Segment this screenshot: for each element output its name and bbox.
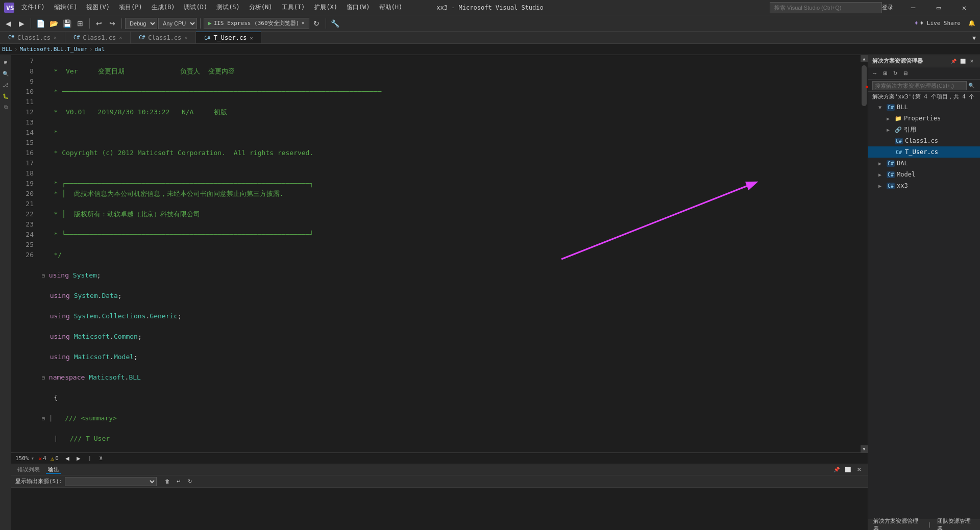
editor-output-area: 7 8 9 10 11 12 13 14 15 16 17 18 19 20 2… bbox=[11, 55, 868, 530]
menu-tools[interactable]: 工具(T) bbox=[278, 2, 309, 13]
tab-close-icon[interactable]: ✕ bbox=[119, 35, 122, 40]
error-list-tab[interactable]: 错误列表 bbox=[15, 466, 42, 473]
next-error-button[interactable]: ▶ bbox=[74, 454, 83, 463]
run-dropdown-icon: ▾ bbox=[301, 20, 305, 27]
global-search-input[interactable] bbox=[770, 2, 882, 13]
se-footer-tab-explorer[interactable]: 解决方案资源管理器 bbox=[870, 519, 925, 530]
scroll-down-button[interactable]: ▼ bbox=[861, 445, 868, 452]
new-file-button[interactable]: 📄 bbox=[34, 17, 46, 30]
tab-close-icon[interactable]: ✕ bbox=[54, 35, 57, 40]
se-item-properties[interactable]: ▶ 📁 Properties bbox=[868, 113, 980, 124]
activity-debug[interactable]: 🐛 bbox=[1, 91, 11, 101]
output-source-select[interactable] bbox=[65, 477, 157, 486]
output-tab[interactable]: 输出 bbox=[46, 466, 61, 474]
se-sync-button[interactable]: ↔ bbox=[870, 69, 879, 78]
float-button[interactable]: ⬜ bbox=[843, 465, 852, 474]
menu-edit[interactable]: 编辑(E) bbox=[50, 2, 82, 13]
minimize-button[interactable]: ─ bbox=[901, 0, 925, 15]
se-float-button[interactable]: ⬜ bbox=[959, 57, 967, 65]
se-search-icon[interactable]: 🔍 bbox=[967, 81, 976, 90]
scroll-up-button[interactable]: ▲ bbox=[861, 55, 868, 62]
menu-help[interactable]: 帮助(H) bbox=[375, 2, 407, 13]
menu-view[interactable]: 视图(V) bbox=[82, 2, 114, 13]
se-item-dal[interactable]: ▶ C# DAL bbox=[868, 158, 980, 169]
warning-indicator[interactable]: ⚠ 0 bbox=[51, 455, 59, 462]
code-container: 7 8 9 10 11 12 13 14 15 16 17 18 19 20 2… bbox=[11, 55, 868, 452]
menu-project[interactable]: 项目(P) bbox=[115, 2, 146, 13]
menu-file[interactable]: 文件(F) bbox=[17, 2, 49, 13]
save-all-button[interactable]: ⊞ bbox=[74, 17, 86, 30]
line-numbers: 7 8 9 10 11 12 13 14 15 16 17 18 19 20 2… bbox=[11, 55, 38, 452]
clear-output-button[interactable]: 🗑 bbox=[163, 477, 172, 486]
tab-class1-3[interactable]: C# Class1.cs ✕ bbox=[131, 32, 196, 43]
tab-tuser[interactable]: C# T_User.cs ✕ bbox=[196, 32, 261, 43]
se-model-label: Model bbox=[897, 171, 915, 178]
redo-button[interactable]: ↪ bbox=[106, 17, 118, 30]
breadcrumb-dal[interactable]: dal bbox=[95, 46, 105, 53]
se-refresh-button[interactable]: ↻ bbox=[891, 69, 900, 78]
tab-class1-1[interactable]: C# Class1.cs ✕ bbox=[0, 32, 65, 43]
save-button[interactable]: 💾 bbox=[61, 17, 73, 30]
attach-button[interactable]: 🔧 bbox=[329, 17, 341, 30]
expand-icon-xx3: ▶ bbox=[878, 183, 885, 189]
se-properties-button[interactable]: ⊞ bbox=[880, 69, 890, 78]
se-dal-label: DAL bbox=[897, 160, 908, 167]
prev-error-button[interactable]: ◀ bbox=[63, 454, 72, 463]
line-num-12: 12 bbox=[15, 107, 34, 117]
tab-close-icon[interactable]: ✕ bbox=[250, 35, 253, 41]
csharp-badge: C# bbox=[895, 149, 903, 156]
refresh-output-button[interactable]: ↻ bbox=[185, 477, 194, 486]
vertical-scrollbar[interactable]: ▲ ▼ bbox=[861, 55, 868, 452]
se-item-model[interactable]: ▶ C# Model bbox=[868, 169, 980, 180]
open-file-button[interactable]: 📂 bbox=[47, 17, 60, 30]
se-item-bll[interactable]: ▼ C# BLL bbox=[868, 102, 980, 113]
toggle-word-wrap[interactable]: ↵ bbox=[174, 477, 183, 486]
se-footer-tab-team[interactable]: 团队资源管理器 bbox=[934, 519, 978, 530]
se-item-xx3[interactable]: ▶ C# xx3 bbox=[868, 180, 980, 191]
breadcrumb-bll[interactable]: BLL bbox=[2, 46, 12, 53]
se-search-input[interactable] bbox=[872, 81, 967, 90]
live-share-button[interactable]: ♦ ♦ Live Share bbox=[911, 19, 965, 28]
activity-git[interactable]: ⎇ bbox=[1, 80, 11, 90]
undo-button[interactable]: ↩ bbox=[93, 17, 105, 30]
refresh-button[interactable]: ↻ bbox=[310, 17, 323, 30]
activity-explorer[interactable]: ⊞ bbox=[1, 57, 11, 67]
activity-extensions[interactable]: ⧉ bbox=[1, 102, 11, 112]
menu-extensions[interactable]: 扩展(X) bbox=[310, 2, 341, 13]
expand-icon-bll: ▼ bbox=[878, 105, 885, 110]
activity-search[interactable]: 🔍 bbox=[1, 68, 11, 79]
se-collapse-button[interactable]: ⊟ bbox=[901, 69, 910, 78]
code-editor[interactable]: * Ver 变更日期 负责人 变更内容 * ──────────────────… bbox=[38, 55, 861, 452]
se-item-class1[interactable]: C# Class1.cs bbox=[868, 135, 980, 146]
menu-build[interactable]: 生成(B) bbox=[148, 2, 179, 13]
back-button[interactable]: ◀ bbox=[2, 17, 14, 30]
breadcrumb-namespace[interactable]: Maticsoft.BLL.T_User bbox=[20, 46, 87, 53]
main-content: ⊞ 🔍 ⎇ 🐛 ⧉ 7 8 9 10 11 12 13 14 15 bbox=[0, 55, 980, 530]
error-mark bbox=[866, 86, 868, 88]
close-button[interactable]: ✕ bbox=[952, 0, 976, 15]
pin-button[interactable]: 📌 bbox=[832, 465, 841, 474]
zoom-dropdown[interactable]: ▾ bbox=[31, 455, 35, 462]
menu-window[interactable]: 窗口(W) bbox=[342, 2, 374, 13]
run-button[interactable]: ▶ IIS Express (360安全浏览器) ▾ bbox=[204, 18, 309, 29]
line-num-blank bbox=[15, 260, 34, 270]
platform-dropdown[interactable]: Any CPU bbox=[158, 18, 197, 29]
close-panel-button[interactable]: ✕ bbox=[854, 465, 864, 474]
se-pin-button[interactable]: 📌 bbox=[949, 57, 958, 65]
tab-class1-2[interactable]: C# Class1.cs ✕ bbox=[65, 32, 131, 43]
login-button[interactable]: 登录 bbox=[882, 4, 893, 11]
tab-close-icon[interactable]: ✕ bbox=[184, 35, 187, 40]
se-item-references[interactable]: ▶ 🔗 引用 bbox=[868, 124, 980, 135]
debug-config-dropdown[interactable]: Debug bbox=[125, 18, 157, 29]
error-indicator[interactable]: ✕ 4 bbox=[38, 455, 46, 462]
notifications-button[interactable]: 🔔 bbox=[966, 17, 978, 30]
menu-analyze[interactable]: 分析(N) bbox=[245, 2, 277, 13]
forward-button[interactable]: ▶ bbox=[15, 17, 28, 30]
menu-debug[interactable]: 调试(D) bbox=[180, 2, 211, 13]
tab-overflow-button[interactable]: ▾ bbox=[968, 32, 980, 44]
se-item-tuser[interactable]: C# T_User.cs bbox=[868, 146, 980, 158]
menu-test[interactable]: 测试(S) bbox=[212, 2, 244, 13]
maximize-button[interactable]: ▭ bbox=[927, 0, 950, 15]
se-close-button[interactable]: ✕ bbox=[968, 57, 976, 65]
filter-button[interactable]: ⊻ bbox=[96, 454, 106, 463]
